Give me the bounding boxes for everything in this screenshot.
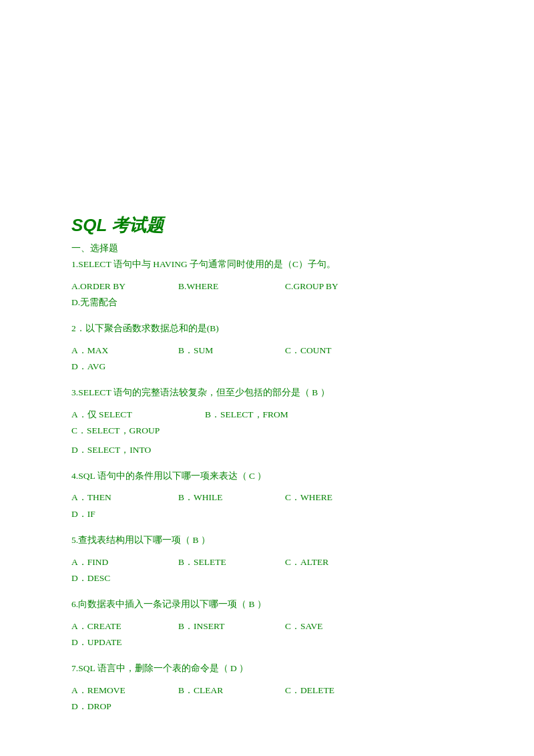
q4-option-b: B．WHILE [178, 490, 285, 506]
q3-option-c: C．SELECT，GROUP [71, 423, 205, 439]
page-container: SQL 考试题 一、选择题 1.SELECT 语句中与 HAVING 子句通常同… [0, 0, 534, 756]
q4-option-a: A．THEN [71, 490, 178, 506]
page-title: SQL 考试题 [71, 214, 463, 237]
q4-text: 4.SQL 语句中的条件用以下哪一项来表达（ C ） [71, 469, 463, 484]
title-text: SQL 考试题 [71, 215, 164, 235]
q5-option-c: C．ALTER [285, 554, 392, 570]
q1-text: 1.SELECT 语句中与 HAVING 子句通常同时使用的是（C）子句。 [71, 257, 463, 272]
q1-options: A.ORDER BY B.WHERE C.GROUP BY D.无需配合 [71, 278, 463, 311]
q7-options: A．REMOVE B．CLEAR C．DELETE D．DROP [71, 683, 463, 715]
q3-options-line1: A．仅 SELECT B．SELECT，FROM C．SELECT，GROUP [71, 407, 463, 439]
q3-option-d: D．SELECT，INTO [71, 442, 463, 458]
q7-option-d: D．DROP [71, 699, 178, 715]
q7-text: 7.SQL 语言中，删除一个表的命令是（ D ） [71, 661, 463, 676]
question-7: 7.SQL 语言中，删除一个表的命令是（ D ） A．REMOVE B．CLEA… [71, 661, 463, 715]
q4-options: A．THEN B．WHILE C．WHERE D．IF [71, 490, 463, 522]
question-2: 2．以下聚合函数求数据总和的是(B) A．MAX B．SUM C．COUNT D… [71, 321, 463, 375]
question-4: 4.SQL 语句中的条件用以下哪一项来表达（ C ） A．THEN B．WHIL… [71, 469, 463, 522]
q5-text: 5.查找表结构用以下哪一项（ B ） [71, 533, 463, 548]
q7-option-a: A．REMOVE [71, 683, 178, 699]
q2-option-d: D．AVG [71, 359, 178, 375]
q5-option-d: D．DESC [71, 570, 178, 586]
q1-option-d: D.无需配合 [71, 295, 178, 311]
question-6: 6.向数据表中插入一条记录用以下哪一项（ B ） A．CREATE B．INSE… [71, 597, 463, 650]
q6-option-d: D．UPDATE [71, 634, 178, 650]
q1-option-b: B.WHERE [178, 278, 285, 295]
q3-text: 3.SELECT 语句的完整语法较复杂，但至少包括的部分是（ B ） [71, 385, 463, 400]
q6-option-a: A．CREATE [71, 618, 178, 634]
q1-option-a: A.ORDER BY [71, 278, 178, 295]
q1-option-c: C.GROUP BY [285, 278, 392, 295]
q6-text: 6.向数据表中插入一条记录用以下哪一项（ B ） [71, 597, 463, 612]
section-label: 一、选择题 [71, 242, 463, 254]
q6-option-b: B．INSERT [178, 618, 285, 634]
q2-options: A．MAX B．SUM C．COUNT D．AVG [71, 343, 463, 375]
q7-option-b: B．CLEAR [178, 683, 285, 699]
q3-option-b: B．SELECT，FROM [205, 407, 338, 423]
q6-option-c: C．SAVE [285, 618, 392, 634]
q2-option-b: B．SUM [178, 343, 285, 359]
q4-option-d: D．IF [71, 506, 178, 522]
q4-option-c: C．WHERE [285, 490, 392, 506]
q7-option-c: C．DELETE [285, 683, 392, 699]
q2-option-a: A．MAX [71, 343, 178, 359]
question-1: 1.SELECT 语句中与 HAVING 子句通常同时使用的是（C）子句。 A.… [71, 257, 463, 311]
question-5: 5.查找表结构用以下哪一项（ B ） A．FIND B．SELETE C．ALT… [71, 533, 463, 586]
q5-options: A．FIND B．SELETE C．ALTER D．DESC [71, 554, 463, 587]
q3-option-a: A．仅 SELECT [71, 407, 205, 423]
q5-option-a: A．FIND [71, 554, 178, 570]
q2-option-c: C．COUNT [285, 343, 392, 359]
question-3: 3.SELECT 语句的完整语法较复杂，但至少包括的部分是（ B ） A．仅 S… [71, 385, 463, 457]
q2-text: 2．以下聚合函数求数据总和的是(B) [71, 321, 463, 336]
q5-option-b: B．SELETE [178, 554, 285, 570]
q6-options: A．CREATE B．INSERT C．SAVE D．UPDATE [71, 618, 463, 651]
